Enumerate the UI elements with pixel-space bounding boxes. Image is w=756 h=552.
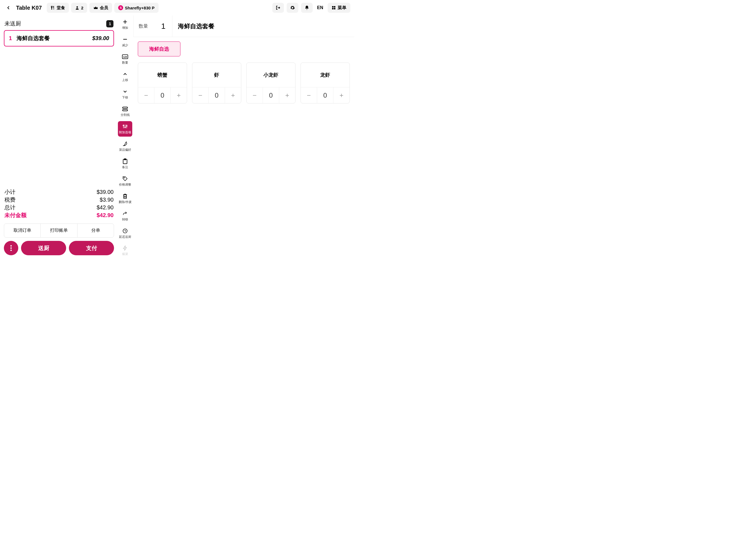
- choice-card: 小龙虾0: [246, 62, 296, 104]
- chevron-down-icon: [122, 89, 128, 94]
- pepper-icon: [122, 141, 128, 147]
- member-pill[interactable]: 会员: [89, 3, 112, 13]
- choice-name: 小龙虾: [246, 63, 295, 87]
- menu-button[interactable]: 菜单: [328, 3, 350, 13]
- svg-rect-2: [334, 6, 335, 7]
- tool-price[interactable]: 价格调整: [118, 173, 132, 189]
- table-title: Table K07: [16, 5, 42, 11]
- choice-plus-button[interactable]: [279, 88, 295, 103]
- sliders-icon: [122, 124, 128, 129]
- choice-value: 0: [317, 88, 333, 103]
- pay-button[interactable]: 支付: [69, 241, 114, 255]
- dine-in-pill[interactable]: 堂食: [47, 3, 69, 13]
- tool-addon[interactable]: 附加选项: [118, 121, 132, 137]
- person-icon: [75, 6, 80, 10]
- choice-minus-button[interactable]: [301, 88, 317, 103]
- print-bill-button[interactable]: 打印账单: [40, 224, 77, 237]
- utensils-icon: [50, 6, 55, 10]
- choice-card: 虾0: [192, 62, 241, 104]
- split-bill-button[interactable]: 分单: [77, 224, 114, 237]
- line-name: 海鲜自选套餐: [17, 34, 92, 42]
- guests-pill[interactable]: 2: [71, 3, 87, 13]
- tool-decrease[interactable]: 减少: [118, 34, 132, 50]
- tool-note[interactable]: 备注: [118, 156, 132, 171]
- clock-icon: [122, 228, 128, 234]
- crown-icon: [93, 5, 98, 10]
- gear-icon: [290, 5, 295, 10]
- tool-delete[interactable]: 删除/作废: [118, 190, 132, 206]
- choice-plus-button[interactable]: [333, 88, 349, 103]
- back-button[interactable]: [4, 3, 13, 12]
- loyalty-pill[interactable]: S Sharefly+830 P: [114, 3, 158, 13]
- svg-point-14: [126, 126, 127, 126]
- arrow-redo-icon: [122, 211, 128, 216]
- send-kitchen-button[interactable]: 送厨: [21, 241, 66, 255]
- svg-point-0: [76, 6, 78, 8]
- order-summary: 小计$39.00 税费$3.90 总计$42.90 未付金额$42.90: [4, 187, 114, 221]
- svg-point-7: [10, 250, 12, 251]
- tool-increase[interactable]: 增加: [118, 17, 132, 32]
- notifications-button[interactable]: [301, 3, 313, 13]
- settings-button[interactable]: [287, 3, 298, 13]
- s-badge-icon: S: [118, 5, 123, 10]
- choice-minus-button[interactable]: [192, 88, 208, 103]
- unsent-count: 1: [106, 20, 113, 27]
- minus-icon: [122, 36, 128, 42]
- tool-rail: 增加 减少 123数量 上移 下移 分割线 附加选项 菜品偏好 备注 价格调整 …: [117, 15, 133, 259]
- svg-text:123: 123: [123, 56, 127, 58]
- svg-rect-11: [123, 110, 128, 111]
- cancel-order-button[interactable]: 取消订单: [4, 224, 40, 237]
- choice-minus-button[interactable]: [246, 88, 262, 103]
- svg-point-13: [125, 127, 126, 128]
- language-button[interactable]: EN: [315, 5, 325, 10]
- line-qty: 1: [9, 35, 17, 41]
- tool-rush: 催菜: [118, 243, 132, 259]
- bolt-icon: [123, 245, 128, 251]
- svg-point-17: [124, 177, 125, 178]
- tool-divider[interactable]: 分割线: [118, 104, 132, 120]
- choice-plus-button[interactable]: [171, 88, 187, 103]
- chevron-left-icon: [6, 5, 11, 10]
- choice-value: 0: [208, 88, 225, 103]
- tool-move-up[interactable]: 上移: [118, 69, 132, 85]
- tool-transfer[interactable]: 转移: [118, 208, 132, 224]
- choice-card: 螃蟹0: [138, 62, 187, 104]
- choice-minus-button[interactable]: [138, 88, 154, 103]
- tool-delay[interactable]: 延迟送厨: [118, 226, 132, 241]
- svg-point-5: [10, 245, 12, 247]
- dots-vertical-icon: [10, 245, 12, 251]
- more-actions-button[interactable]: [4, 241, 18, 255]
- choice-name: 螃蟹: [138, 63, 187, 87]
- clipboard-icon: [123, 158, 128, 164]
- order-line-item[interactable]: 1 海鲜自选套餐 $39.00: [4, 30, 114, 46]
- tool-move-down[interactable]: 下移: [118, 86, 132, 102]
- bell-icon: [304, 5, 309, 10]
- unsent-label: 未送厨: [4, 20, 21, 27]
- svg-rect-4: [334, 8, 335, 9]
- svg-point-6: [10, 248, 12, 249]
- trash-icon: [123, 193, 128, 199]
- choice-value: 0: [154, 88, 171, 103]
- svg-rect-3: [332, 8, 333, 9]
- numpad-icon: 123: [122, 54, 128, 59]
- choice-name: 龙虾: [301, 63, 349, 87]
- app-header: Table K07 堂食 2 会员 S Sharefly+830 P EN 菜单: [0, 0, 354, 15]
- choice-name: 虾: [192, 63, 241, 87]
- svg-point-12: [123, 125, 124, 126]
- detail-panel: 数量 1 海鲜自选套餐 海鲜自选 螃蟹0虾0小龙虾0龙虾0: [133, 15, 354, 259]
- tool-quantity[interactable]: 123数量: [118, 51, 132, 67]
- svg-rect-10: [123, 107, 128, 108]
- choice-plus-button[interactable]: [225, 88, 241, 103]
- detail-item-name: 海鲜自选套餐: [173, 22, 214, 30]
- divider-icon: [122, 107, 128, 111]
- tool-preference[interactable]: 菜品偏好: [118, 138, 132, 154]
- logout-button[interactable]: [272, 3, 284, 13]
- option-tab[interactable]: 海鲜自选: [138, 41, 181, 56]
- choice-value: 0: [262, 88, 279, 103]
- logout-icon: [276, 5, 281, 10]
- order-panel: 未送厨 1 1 海鲜自选套餐 $39.00 小计$39.00 税费$3.90 总…: [0, 15, 117, 259]
- choice-card: 龙虾0: [301, 62, 350, 104]
- tag-icon: [122, 176, 128, 181]
- qty-display[interactable]: 数量 1: [134, 15, 173, 37]
- svg-rect-1: [332, 6, 333, 7]
